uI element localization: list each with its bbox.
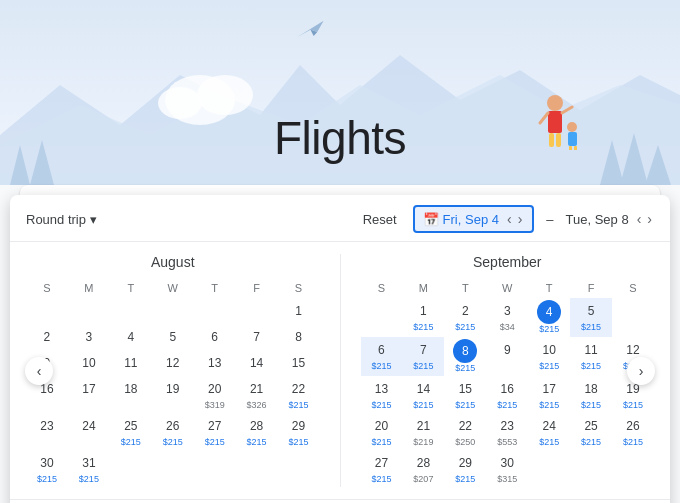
aug-day-14[interactable]: 14	[236, 350, 278, 376]
aug-day-29[interactable]: 29$215	[278, 413, 320, 450]
aug-day-23[interactable]: 23	[26, 413, 68, 450]
aug-sat-header: S	[278, 278, 320, 298]
sep-day-15[interactable]: 15$215	[444, 376, 486, 413]
aug-day-27[interactable]: 27$215	[194, 413, 236, 450]
aug-day-18[interactable]: 18	[110, 376, 152, 413]
sep-day-23[interactable]: 23$553	[486, 413, 528, 450]
sep-day-5[interactable]: 5$215	[570, 298, 612, 337]
paper-plane-icon	[293, 14, 327, 41]
sep-day-16[interactable]: 16$215	[486, 376, 528, 413]
aug-day-8[interactable]: 8	[278, 324, 320, 350]
aug-day-7[interactable]: 7	[236, 324, 278, 350]
aug-day-2[interactable]: 2	[26, 324, 68, 350]
aug-mon-header: M	[68, 278, 110, 298]
aug-day-21[interactable]: 21$326	[236, 376, 278, 413]
svg-point-8	[197, 75, 253, 115]
september-headers: S M T W T F S	[361, 278, 655, 298]
next-date-button[interactable]: ›	[516, 211, 525, 227]
next-end-date-button[interactable]: ›	[645, 211, 654, 227]
august-grid: S M T W T F S 1	[26, 278, 320, 487]
sep-day-28[interactable]: 28$207	[402, 450, 444, 487]
sep-day-1[interactable]: 1$215	[402, 298, 444, 337]
sep-day-2[interactable]: 2$215	[444, 298, 486, 337]
sep-day-25[interactable]: 25$215	[570, 413, 612, 450]
sep-day-17[interactable]: 17$215	[528, 376, 570, 413]
sep-day-21[interactable]: 21$219	[402, 413, 444, 450]
calendar-header: Round trip ▾ Reset 📅 Fri, Sep 4 ‹ › – Tu…	[10, 195, 670, 242]
aug-week-3: 9 10 11 12 13 14 15	[26, 350, 320, 376]
sep-week-2: 6$215 7$215 8$215 9 10$215 11$215 12$215	[361, 337, 655, 376]
aug-empty-w6-4	[236, 450, 278, 487]
start-date-value: Fri, Sep 4	[443, 212, 499, 227]
prev-date-button[interactable]: ‹	[505, 211, 514, 227]
sep-day-4[interactable]: 4$215	[528, 298, 570, 337]
sep-day-6[interactable]: 6$215	[361, 337, 403, 376]
aug-day-22[interactable]: 22$215	[278, 376, 320, 413]
sep-day-9[interactable]: 9	[486, 337, 528, 376]
sep-day-14[interactable]: 14$215	[402, 376, 444, 413]
aug-day-25[interactable]: 25$215	[110, 413, 152, 450]
aug-day-6[interactable]: 6	[194, 324, 236, 350]
aug-day-12[interactable]: 12	[152, 350, 194, 376]
aug-day-20[interactable]: 20$319	[194, 376, 236, 413]
calendar-prev-button[interactable]: ‹	[25, 357, 53, 385]
end-date-box[interactable]: Tue, Sep 8 ‹ ›	[566, 211, 654, 227]
aug-day-17[interactable]: 17	[68, 376, 110, 413]
sep-day-27[interactable]: 27$215	[361, 450, 403, 487]
start-date-box[interactable]: 📅 Fri, Sep 4 ‹ ›	[413, 205, 535, 233]
sep-day-11[interactable]: 11$215	[570, 337, 612, 376]
aug-day-11[interactable]: 11	[110, 350, 152, 376]
aug-fri-header: F	[236, 278, 278, 298]
aug-day-15[interactable]: 15	[278, 350, 320, 376]
prev-end-date-button[interactable]: ‹	[635, 211, 644, 227]
sep-sun-header: S	[361, 278, 403, 298]
sep-empty-w5-2	[570, 450, 612, 487]
aug-week-4: 16 17 18 19 20$319 21$326 22$215	[26, 376, 320, 413]
end-date-value: Tue, Sep 8	[566, 212, 629, 227]
sep-day-30[interactable]: 30$315	[486, 450, 528, 487]
sep-day-20[interactable]: 20$215	[361, 413, 403, 450]
aug-day-13[interactable]: 13	[194, 350, 236, 376]
svg-point-10	[547, 95, 563, 111]
aug-sun-header: S	[26, 278, 68, 298]
sep-day-22[interactable]: 22$250	[444, 413, 486, 450]
aug-day-19[interactable]: 19	[152, 376, 194, 413]
sep-day-24[interactable]: 24$215	[528, 413, 570, 450]
date-separator: –	[546, 212, 553, 227]
sep-day-10[interactable]: 10$215	[528, 337, 570, 376]
calendar-next-button[interactable]: ›	[627, 357, 655, 385]
calendar-divider	[340, 254, 341, 487]
date-nav: ‹ ›	[505, 211, 524, 227]
aug-day-5[interactable]: 5	[152, 324, 194, 350]
aug-day-24[interactable]: 24	[68, 413, 110, 450]
calendar-trip-type-label: Round trip	[26, 212, 86, 227]
aug-day-31[interactable]: 31$215	[68, 450, 110, 487]
sep-empty-w5-3	[612, 450, 654, 487]
sep-day-26[interactable]: 26$215	[612, 413, 654, 450]
aug-day-26[interactable]: 26$215	[152, 413, 194, 450]
aug-day-3[interactable]: 3	[68, 324, 110, 350]
august-headers: S M T W T F S	[26, 278, 320, 298]
sep-empty-w5-1	[528, 450, 570, 487]
aug-day-28[interactable]: 28$215	[236, 413, 278, 450]
calendar-trip-type[interactable]: Round trip ▾	[26, 212, 97, 227]
aug-day-4[interactable]: 4	[110, 324, 152, 350]
aug-day-10[interactable]: 10	[68, 350, 110, 376]
sep-day-3[interactable]: 3$34	[486, 298, 528, 337]
sep-day-8[interactable]: 8$215	[444, 337, 486, 376]
svg-rect-15	[556, 133, 561, 147]
sep-day-13[interactable]: 13$215	[361, 376, 403, 413]
sep-wed-header: W	[486, 278, 528, 298]
sep-day-18[interactable]: 18$215	[570, 376, 612, 413]
page-title: Flights	[274, 111, 406, 165]
aug-day-1[interactable]: 1	[278, 298, 320, 324]
aug-thu-header: T	[194, 278, 236, 298]
reset-button[interactable]: Reset	[363, 212, 397, 227]
september-title: September	[361, 254, 655, 270]
aug-empty-2	[68, 298, 110, 324]
aug-day-30[interactable]: 30$215	[26, 450, 68, 487]
aug-week-5: 23 24 25$215 26$215 27$215 28$215 29$215	[26, 413, 320, 450]
aug-wed-header: W	[152, 278, 194, 298]
sep-day-7[interactable]: 7$215	[402, 337, 444, 376]
sep-day-29[interactable]: 29$215	[444, 450, 486, 487]
